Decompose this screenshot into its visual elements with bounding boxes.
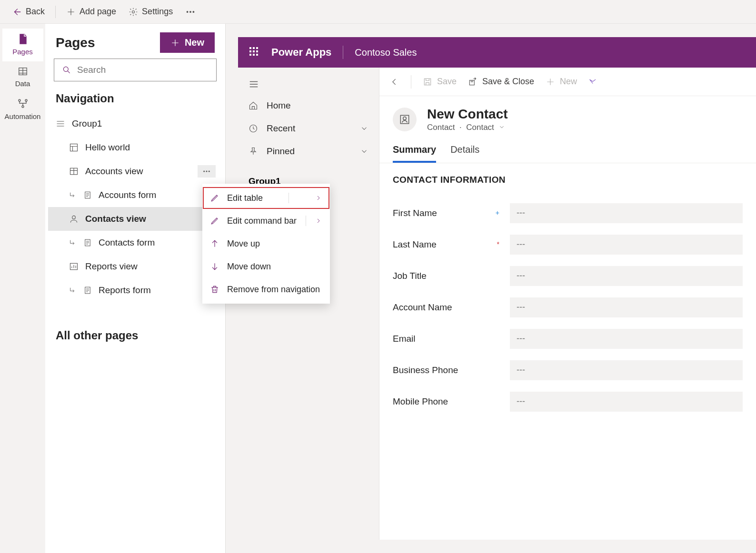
field-input[interactable]: [510, 329, 743, 349]
arrow-up-icon: [210, 239, 219, 248]
tree-item-accounts-form[interactable]: Accounts form: [48, 183, 222, 207]
field-input[interactable]: [510, 392, 743, 412]
settings-button[interactable]: Settings: [124, 4, 178, 20]
field-input[interactable]: [510, 360, 743, 380]
gear-icon: [129, 7, 138, 17]
ctx-remove-from-nav[interactable]: Remove from navigation: [202, 278, 330, 301]
field-input[interactable]: [510, 235, 743, 255]
tree-item-label: Contacts view: [85, 214, 146, 224]
cmd-save-label: Save: [437, 77, 457, 87]
ctx-label: Edit table: [227, 193, 263, 203]
field-label: Email: [393, 334, 502, 344]
navigation-heading: Navigation: [45, 90, 225, 112]
tree-item-label: Contacts form: [99, 237, 155, 248]
svg-point-16: [72, 216, 76, 219]
chevron-right-icon: [315, 194, 322, 202]
recommended-mark: +: [496, 209, 499, 217]
record-avatar: [393, 108, 417, 131]
sitemap-item-label: Pinned: [267, 146, 295, 157]
field-input[interactable]: [510, 297, 743, 317]
form-tabs: Summary Details: [379, 139, 756, 163]
svg-rect-22: [469, 80, 474, 85]
chevron-down-icon[interactable]: [498, 123, 505, 133]
record-title: New Contact: [427, 107, 508, 122]
field-input[interactable]: [510, 203, 743, 223]
field-label: Last Name *: [393, 239, 502, 250]
form-icon: [83, 191, 92, 199]
home-icon: [249, 101, 258, 110]
record-subtitle: Contact · Contact: [427, 123, 508, 133]
svg-point-0: [132, 10, 135, 13]
back-button[interactable]: Back: [7, 4, 50, 20]
ctx-move-down[interactable]: Move down: [202, 255, 330, 278]
rail-automation[interactable]: Automation: [2, 93, 43, 126]
sitemap-home[interactable]: Home: [238, 94, 379, 117]
ctx-edit-table[interactable]: Edit table: [202, 187, 330, 209]
cmd-save-close[interactable]: Save & Close: [468, 77, 534, 87]
rail-pages[interactable]: Pages: [2, 29, 43, 61]
sitemap-recent[interactable]: Recent: [238, 117, 379, 140]
cmd-back[interactable]: [390, 77, 399, 87]
cmd-save[interactable]: Save: [423, 77, 457, 87]
tab-details[interactable]: Details: [450, 139, 479, 163]
chevron-down-icon: [360, 124, 368, 133]
rail-data[interactable]: Data: [2, 61, 43, 93]
section-heading: CONTACT INFORMATION: [393, 175, 743, 185]
svg-point-12: [204, 171, 205, 172]
field-input[interactable]: [510, 266, 743, 286]
new-page-button[interactable]: New: [160, 32, 215, 53]
plus-icon: [66, 7, 76, 17]
field-mobile-phone: Mobile Phone: [393, 386, 743, 417]
tree-item-more[interactable]: [198, 165, 216, 178]
tab-summary[interactable]: Summary: [393, 139, 436, 163]
pencil-icon: [210, 193, 219, 203]
tree-item-label: Reports view: [85, 261, 138, 272]
tree-item-contacts-view[interactable]: Contacts view: [48, 207, 222, 231]
svg-point-1: [187, 11, 188, 12]
field-label: First Name +: [393, 208, 502, 218]
tree-item-accounts-view[interactable]: Accounts view: [48, 159, 222, 183]
rail-automation-label: Automation: [5, 112, 41, 120]
group-icon: [56, 119, 65, 128]
field-business-phone: Business Phone: [393, 355, 743, 386]
search-icon: [62, 65, 71, 75]
field-label: Mobile Phone: [393, 396, 502, 407]
toolbar-overflow[interactable]: [180, 4, 200, 20]
ctx-label: Move down: [227, 262, 271, 272]
rail-data-label: Data: [15, 79, 30, 88]
plus-icon: [170, 38, 180, 48]
svg-point-24: [403, 117, 407, 120]
sitemap-item-label: Recent: [267, 123, 295, 134]
ctx-edit-command-bar[interactable]: Edit command bar: [202, 209, 330, 232]
tree-item-contacts-form[interactable]: Contacts form: [48, 231, 222, 255]
record-header: New Contact Contact · Contact: [379, 96, 756, 138]
left-rail: Pages Data Automation: [0, 24, 45, 553]
cmd-new[interactable]: New: [546, 77, 577, 87]
field-email: Email: [393, 323, 743, 355]
ctx-move-up[interactable]: Move up: [202, 232, 330, 255]
arrow-down-icon: [210, 262, 219, 271]
trash-icon: [210, 285, 219, 294]
sitemap-pinned[interactable]: Pinned: [238, 140, 379, 163]
tree-item-hello-world[interactable]: Hello world: [48, 136, 222, 159]
search-box[interactable]: [54, 59, 217, 81]
waffle-icon[interactable]: [249, 47, 260, 58]
app-header: Power Apps Contoso Sales: [238, 37, 756, 68]
cmd-more-cut[interactable]: [588, 77, 598, 87]
cmdbar-separator: [411, 75, 411, 89]
sitemap-hamburger[interactable]: [238, 74, 379, 94]
tree-group[interactable]: Group1: [48, 112, 222, 136]
pencil-icon: [210, 216, 219, 226]
tree-item-reports-view[interactable]: Reports view: [48, 255, 222, 278]
field-label: Account Name: [393, 302, 502, 313]
ctx-separator: [306, 216, 306, 226]
search-input[interactable]: [77, 65, 209, 75]
table-icon: [69, 167, 79, 176]
svg-point-2: [190, 11, 191, 12]
form-icon: [83, 238, 92, 247]
pages-title: Pages: [56, 35, 95, 50]
tree-item-reports-form[interactable]: Reports form: [48, 278, 222, 302]
save-close-icon: [468, 77, 477, 87]
add-page-button[interactable]: Add page: [61, 4, 121, 20]
table-icon: [18, 66, 28, 77]
